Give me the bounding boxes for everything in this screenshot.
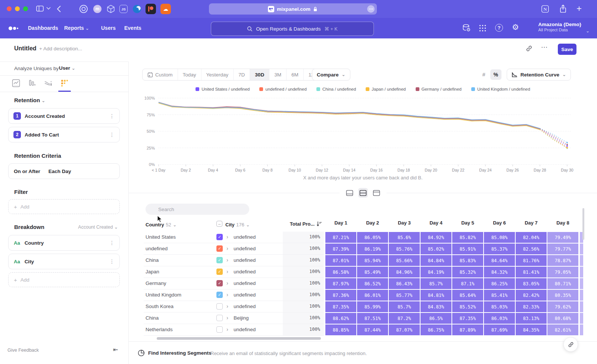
kebab-menu-icon[interactable]: ⋮ <box>109 240 115 246</box>
legend-item[interactable]: Japan / undefined <box>366 87 406 91</box>
view-table-only-icon[interactable] <box>372 188 381 198</box>
view-chart-only-icon[interactable] <box>345 188 354 198</box>
report-title[interactable]: Untitled <box>14 45 37 52</box>
select-all-checkbox[interactable]: – <box>216 221 222 227</box>
retention-section-header[interactable]: Retention ⌄ <box>14 97 45 103</box>
tab-funnels-icon[interactable] <box>28 79 36 87</box>
vertical-scrollbar[interactable] <box>582 208 584 240</box>
column-header-day-2[interactable]: Day 2 <box>357 220 388 226</box>
legend-item[interactable]: United Kingdom / undefined <box>471 87 530 91</box>
unit-percent-toggle[interactable]: % <box>490 69 501 80</box>
column-header-day-4[interactable]: Day 4 <box>421 220 451 226</box>
nav-reports[interactable]: Reports ⌄ <box>64 25 89 31</box>
nav-dashboards[interactable]: Dashboards <box>28 25 58 31</box>
expand-row-icon[interactable]: › <box>226 292 228 298</box>
column-header-day-1[interactable]: Day 1 <box>325 220 356 226</box>
copy-link-icon[interactable] <box>525 45 533 52</box>
column-header-day-8[interactable]: Day 8 <box>547 220 578 226</box>
legend-item[interactable]: China / undefined <box>316 87 356 91</box>
compare-button[interactable]: Compare⌄ <box>312 69 350 81</box>
analyze-value-dropdown[interactable]: User ⌄ <box>59 65 75 71</box>
project-chevron-icon[interactable]: ⌄ <box>586 28 590 34</box>
more-options-icon[interactable]: ⋯ <box>541 43 548 51</box>
add-description[interactable]: + Add description... <box>39 46 82 51</box>
save-button[interactable]: Save <box>558 44 576 55</box>
address-bar[interactable]: mixpanel.com ⋯ <box>209 3 377 15</box>
series-checkbox[interactable] <box>216 315 223 321</box>
unit-count-toggle[interactable]: # <box>478 69 490 80</box>
breakdown-card-country[interactable]: Aa Country ⋮ <box>8 235 120 251</box>
notion-extension-icon[interactable]: N <box>541 4 550 13</box>
tab-flows-icon[interactable] <box>44 79 53 87</box>
global-search[interactable]: Open Reports & Dashboards ⌘ + K <box>211 22 374 36</box>
traffic-light-minimize[interactable] <box>15 6 20 11</box>
breakdown-add-button[interactable]: + Add <box>8 272 120 287</box>
range-today[interactable]: Today <box>178 69 201 80</box>
tab-insights-icon[interactable] <box>12 79 20 87</box>
filter-add-button[interactable]: + Add <box>8 199 120 214</box>
expand-row-icon[interactable]: › <box>226 315 228 321</box>
table-search-input[interactable] <box>146 204 249 215</box>
column-header-day-7[interactable]: Day 7 <box>516 220 547 226</box>
onepassword-extension-icon[interactable] <box>79 4 88 13</box>
back-icon[interactable] <box>57 5 61 13</box>
share-icon[interactable] <box>559 4 568 14</box>
range-30d[interactable]: 30D <box>250 69 269 80</box>
column-header-day-6[interactable]: Day 6 <box>484 220 515 226</box>
js-extension-icon[interactable]: JS <box>119 5 128 13</box>
traffic-light-zoom[interactable] <box>23 6 28 11</box>
mixpanel-logo[interactable] <box>8 26 19 31</box>
kebab-menu-icon[interactable]: ⋮ <box>109 132 115 138</box>
nav-users[interactable]: Users <box>101 25 116 31</box>
step-card-account-created[interactable]: 1 Account Created ⋮ <box>8 108 120 124</box>
nav-events[interactable]: Events <box>124 25 141 31</box>
traffic-light-close[interactable] <box>7 6 12 11</box>
soundcloud-extension-icon[interactable]: ☁ <box>160 4 171 14</box>
share-report-fab[interactable] <box>563 337 578 352</box>
breakdown-card-city[interactable]: Aa City ⋮ <box>8 254 120 269</box>
patreon-extension-icon[interactable] <box>146 4 156 14</box>
new-tab-icon[interactable]: + <box>576 3 582 14</box>
criteria-card[interactable]: On or After Each Day <box>8 163 120 179</box>
tab-retention-icon[interactable] <box>60 79 69 87</box>
browser-extension-icon[interactable] <box>133 5 141 13</box>
kebab-menu-icon[interactable]: ⋮ <box>109 258 115 264</box>
help-icon[interactable]: ? <box>495 24 503 32</box>
legend-item[interactable]: United States / undefined <box>196 87 250 91</box>
sidebar-toggle-icon[interactable] <box>36 5 44 12</box>
collapse-sidebar-icon[interactable]: ⇤ <box>113 346 118 353</box>
kebab-menu-icon[interactable]: ⋮ <box>109 113 115 119</box>
apps-grid-icon[interactable] <box>479 24 487 32</box>
legend-item[interactable]: undefined / undefined <box>259 87 307 91</box>
range-custom[interactable]: Custom <box>143 69 178 80</box>
expand-row-icon[interactable]: › <box>226 245 228 251</box>
expand-row-icon[interactable]: › <box>226 257 228 263</box>
column-header-day-3[interactable]: Day 3 <box>389 220 420 226</box>
range-7d[interactable]: 7D <box>233 69 250 80</box>
series-checkbox[interactable] <box>216 303 223 310</box>
range-yesterday[interactable]: Yesterday <box>201 69 234 80</box>
series-checkbox[interactable]: ✓ <box>216 292 223 298</box>
tab-overview-chevron-icon[interactable] <box>46 7 51 10</box>
series-checkbox[interactable]: ✓ <box>216 257 223 263</box>
step-card-added-to-cart[interactable]: 2 Added To Cart ⋮ <box>8 127 120 142</box>
range-3m[interactable]: 3M <box>269 69 286 80</box>
column-header-day-5[interactable]: Day 5 <box>452 220 483 226</box>
expand-row-icon[interactable]: › <box>226 303 228 309</box>
column-header-city[interactable]: City 176 ⌄ <box>225 221 250 228</box>
data-management-icon[interactable] <box>462 23 471 33</box>
page-settings-icon[interactable]: ⋯ <box>367 5 375 13</box>
series-checkbox[interactable]: ✓ <box>216 280 223 286</box>
segments-title[interactable]: Find Interesting Segments <box>148 350 212 356</box>
legend-item[interactable]: Germany / undefined <box>416 87 462 91</box>
expand-row-icon[interactable]: › <box>226 269 228 274</box>
expand-row-icon[interactable]: › <box>226 326 228 332</box>
give-feedback-link[interactable]: Give Feedback <box>7 348 39 353</box>
cube-extension-icon[interactable] <box>106 4 115 13</box>
project-switcher[interactable]: Amazonia {Demo} All Project Data <box>538 22 581 32</box>
horizontal-scrollbar[interactable] <box>157 337 321 340</box>
range-6m[interactable]: 6M <box>286 69 303 80</box>
view-split-icon[interactable] <box>358 188 368 198</box>
chart-type-dropdown[interactable]: Retention Curve⌄ <box>507 69 571 81</box>
series-checkbox[interactable]: ✓ <box>216 269 223 275</box>
